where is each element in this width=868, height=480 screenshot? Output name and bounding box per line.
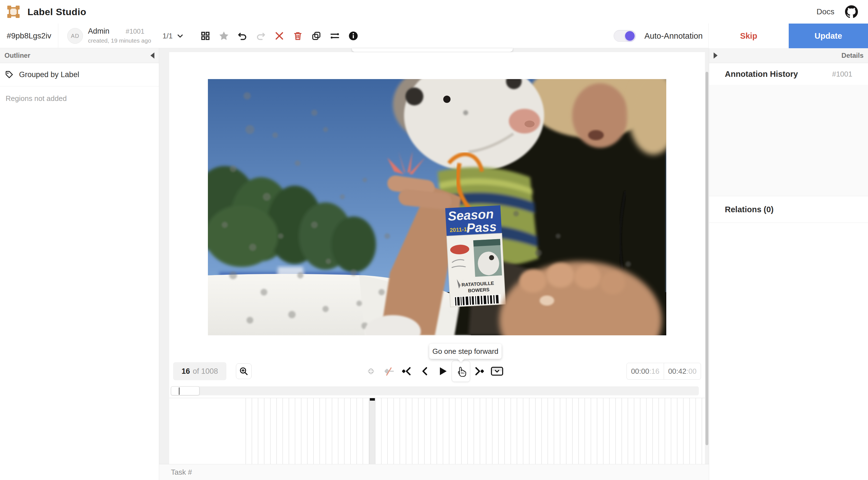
badge-line2: Pass <box>466 219 497 236</box>
hand-cursor-icon <box>455 365 467 377</box>
seek-handle[interactable] <box>171 386 199 395</box>
annotation-meta: Admin #1001 created, 19 minutes ago <box>88 27 161 44</box>
relations-label: Relations (0) <box>725 205 774 214</box>
annotation-toolbar: #9pb8Lgs2iv AD Admin #1001 created, 19 m… <box>0 24 868 48</box>
badge-name2: BOWERS <box>468 287 490 294</box>
delete-icon[interactable] <box>288 24 307 48</box>
group-by-label-row[interactable]: Grouped by Label <box>0 63 159 86</box>
duration-time: 00:42:00 <box>664 363 701 379</box>
tag-icon <box>5 70 13 79</box>
toolbar-icon-group <box>196 24 363 48</box>
position-time[interactable]: 00:00:16 <box>627 363 664 379</box>
details-title: Details <box>841 52 864 59</box>
settings-icon[interactable] <box>326 24 344 48</box>
vertical-scrollbar[interactable] <box>706 72 708 445</box>
timeline-grid <box>245 398 705 464</box>
group-by-label-text: Grouped by Label <box>19 70 79 79</box>
timeline-seekbar[interactable] <box>171 386 699 395</box>
relations-row[interactable]: Relations (0) <box>709 196 868 223</box>
outliner-title: Outliner <box>4 52 30 59</box>
info-icon[interactable] <box>344 24 363 48</box>
collapse-left-icon[interactable] <box>151 53 154 59</box>
video-canvas[interactable]: Season 2011-12 Pass RATATOUILLE BOWERS <box>208 79 666 335</box>
annotation-history-label: Annotation History <box>725 69 798 79</box>
duration-time-frames: :00 <box>686 367 696 376</box>
prev-keyframe-button[interactable] <box>398 361 416 382</box>
main-content: Season 2011-12 Pass RATATOUILLE BOWERS <box>159 48 709 480</box>
task-id[interactable]: #9pb8Lgs2iv <box>0 24 58 48</box>
grid-view-icon[interactable] <box>196 24 215 48</box>
annotation-card: Season 2011-12 Pass RATATOUILLE BOWERS <box>169 52 705 464</box>
playhead-column[interactable] <box>369 398 375 464</box>
reject-icon[interactable] <box>270 24 288 48</box>
play-button[interactable] <box>434 361 452 382</box>
details-header: Details <box>709 48 868 63</box>
position-time-main: 00:00 <box>631 367 649 376</box>
zoom-in-button[interactable] <box>236 363 252 379</box>
github-icon[interactable] <box>845 5 858 18</box>
scrolled-toolbar-peek <box>352 48 513 52</box>
duplicate-icon[interactable] <box>307 24 326 48</box>
step-forward-button[interactable] <box>452 361 470 382</box>
task-label: Task # <box>171 468 192 477</box>
zoom-in-icon <box>239 367 248 376</box>
chevron-down-icon <box>177 32 184 39</box>
docs-link[interactable]: Docs <box>816 7 834 16</box>
annotation-history-id: #1001 <box>832 70 852 79</box>
time-display: 00:00:16 00:42:00 <box>626 363 701 380</box>
annotation-pager[interactable]: 1/1 <box>162 24 184 48</box>
annotator-name: Admin <box>88 27 110 36</box>
timeline-frames[interactable] <box>169 398 705 464</box>
auto-annotation-label: Auto-Annotation <box>644 31 703 41</box>
collapse-right-icon[interactable] <box>714 53 717 59</box>
video-scene: Season 2011-12 Pass RATATOUILLE BOWERS <box>208 79 666 335</box>
keyframe-add-button[interactable] <box>362 361 380 382</box>
tooltip: Go one step forward <box>429 344 501 359</box>
auto-annotation-toggle[interactable] <box>614 30 636 42</box>
header-right: Docs <box>816 5 868 18</box>
step-back-button[interactable] <box>416 361 434 382</box>
label-studio-logo-icon[interactable] <box>7 5 20 19</box>
season-pass-badge: Season 2011-12 Pass RATATOUILLE BOWERS <box>445 205 505 307</box>
next-keyframe-button[interactable] <box>470 361 488 382</box>
undo-icon[interactable] <box>233 24 252 48</box>
star-icon[interactable] <box>215 24 233 48</box>
outliner-header: Outliner <box>0 48 159 63</box>
frame-current: 16 <box>182 367 190 376</box>
auto-annotation-control: Auto-Annotation <box>614 24 703 48</box>
playhead-cap[interactable] <box>370 398 375 401</box>
annotation-history-row[interactable]: Annotation History #1001 <box>709 63 868 85</box>
toggle-knob <box>625 31 634 41</box>
details-panel: Details Annotation History #1001 Relatio… <box>709 48 868 480</box>
seek-cursor <box>179 388 180 395</box>
outliner-panel: Outliner Grouped by Label Regions not ad… <box>0 48 159 480</box>
label-studio-app: Label Studio Docs #9pb8Lgs2iv AD Admin #… <box>0 0 868 480</box>
regions-empty-text: Regions not added <box>0 86 159 111</box>
timeline-collapse-button[interactable] <box>488 361 506 382</box>
app-header: Label Studio Docs <box>0 0 868 24</box>
annotation-id: #1001 <box>126 28 145 35</box>
playback-controls <box>362 361 506 382</box>
annotation-created: created, 19 minutes ago <box>88 37 161 44</box>
duration-time-main: 00:42 <box>668 367 686 376</box>
frame-counter[interactable]: 16 of 1008 <box>173 362 226 380</box>
keyframe-remove-button[interactable] <box>380 361 398 382</box>
avatar[interactable]: AD <box>67 28 83 44</box>
skip-button[interactable]: Skip <box>708 24 789 48</box>
task-band: Task # <box>159 464 709 480</box>
update-button[interactable]: Update <box>789 24 868 48</box>
frame-total: of 1008 <box>193 367 218 376</box>
app-title: Label Studio <box>27 6 86 18</box>
pager-value: 1/1 <box>162 32 173 40</box>
redo-icon[interactable] <box>252 24 270 48</box>
annotation-history-empty <box>709 85 868 196</box>
position-time-frames: :16 <box>649 367 659 376</box>
